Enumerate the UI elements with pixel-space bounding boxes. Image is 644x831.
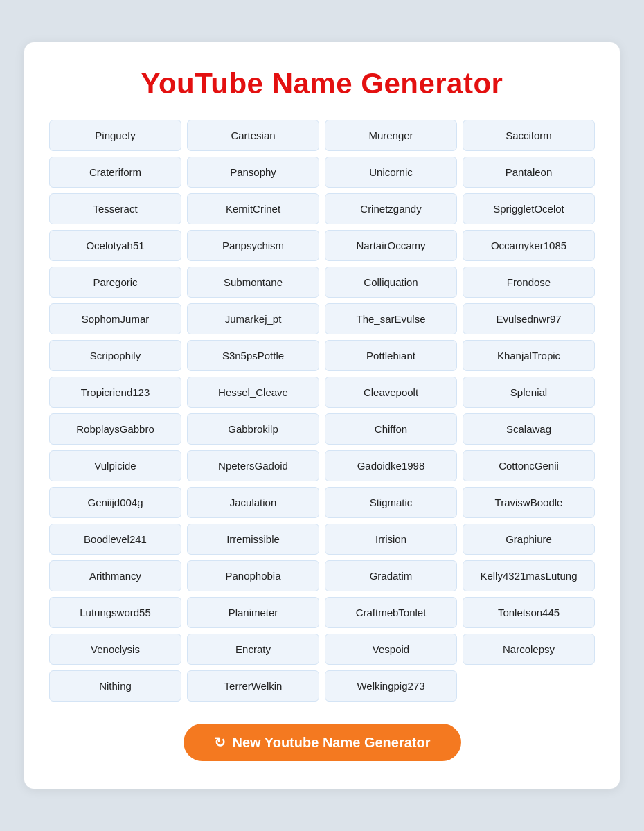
name-cell: CottoncGenii — [463, 450, 595, 481]
names-grid: PinguefyCartesianMurengerSacciformCrater… — [49, 120, 595, 702]
name-cell: NpetersGadoid — [187, 450, 319, 481]
name-cell: Tropicriend123 — [49, 377, 181, 408]
name-cell: Frondose — [463, 267, 595, 298]
name-cell: Gabbrokilp — [187, 413, 319, 445]
name-cell: KhanjalTropic — [463, 340, 595, 371]
name-cell: Submontane — [187, 267, 319, 298]
page-title: YouTube Name Generator — [49, 67, 595, 100]
button-row: ↻ New Youtube Name Generator — [49, 724, 595, 761]
name-cell: Crateriform — [49, 157, 181, 188]
name-cell: Sacciform — [463, 120, 595, 151]
name-cell: Jaculation — [187, 487, 319, 518]
name-cell: Lutungsword55 — [49, 597, 181, 628]
name-cell: Irrision — [325, 524, 457, 555]
main-card: YouTube Name Generator PinguefyCartesian… — [24, 42, 620, 789]
name-cell: Murenger — [325, 120, 457, 151]
name-cell: SophomJumar — [49, 303, 181, 334]
name-cell: Cleavepoolt — [325, 377, 457, 408]
name-cell: TraviswBoodle — [463, 487, 595, 518]
name-cell: Welkingpig273 — [325, 670, 457, 702]
name-cell: Stigmatic — [325, 487, 457, 518]
name-cell: Narcolepsy — [463, 634, 595, 665]
name-cell: Pantaleon — [463, 157, 595, 188]
name-cell: S3n5psPottle — [187, 340, 319, 371]
name-cell: Pansophy — [187, 157, 319, 188]
generate-button-label: New Youtube Name Generator — [233, 735, 431, 751]
name-cell: CraftmebTonlet — [325, 597, 457, 628]
refresh-icon: ↻ — [214, 734, 226, 751]
name-cell: Arithmancy — [49, 560, 181, 591]
name-cell: Unicornic — [325, 157, 457, 188]
name-cell: Encraty — [187, 634, 319, 665]
name-cell: Boodlevel241 — [49, 524, 181, 555]
name-cell: Vulpicide — [49, 450, 181, 481]
name-cell: Gadoidke1998 — [325, 450, 457, 481]
name-cell: KernitCrinet — [187, 193, 319, 224]
generate-button[interactable]: ↻ New Youtube Name Generator — [184, 724, 461, 761]
name-cell: SpriggletOcelot — [463, 193, 595, 224]
name-cell: Cartesian — [187, 120, 319, 151]
name-cell: Splenial — [463, 377, 595, 408]
name-cell: Panpsychism — [187, 230, 319, 261]
name-cell: Scripophily — [49, 340, 181, 371]
name-cell: Vespoid — [325, 634, 457, 665]
name-cell: Geniijd004g — [49, 487, 181, 518]
name-cell: Occamyker1085 — [463, 230, 595, 261]
name-cell: Paregoric — [49, 267, 181, 298]
name-cell: Colliquation — [325, 267, 457, 298]
name-cell: Hessel_Cleave — [187, 377, 319, 408]
name-cell: Pinguefy — [49, 120, 181, 151]
name-cell: Kelly4321masLutung — [463, 560, 595, 591]
name-cell: Graphiure — [463, 524, 595, 555]
name-cell: Irremissible — [187, 524, 319, 555]
name-cell: RobplaysGabbro — [49, 413, 181, 445]
name-cell: Gradatim — [325, 560, 457, 591]
name-cell: TerrerWelkin — [187, 670, 319, 702]
name-cell: Tesseract — [49, 193, 181, 224]
name-cell: Planimeter — [187, 597, 319, 628]
name-cell: NartairOccamy — [325, 230, 457, 261]
name-cell: Scalawag — [463, 413, 595, 445]
name-cell: Panophobia — [187, 560, 319, 591]
name-cell: Pottlehiant — [325, 340, 457, 371]
name-cell: Evulsednwr97 — [463, 303, 595, 334]
name-cell: Ocelotyah51 — [49, 230, 181, 261]
name-cell: Chiffon — [325, 413, 457, 445]
name-cell: Crinetzgandy — [325, 193, 457, 224]
name-cell — [463, 670, 595, 702]
name-cell: Tonletson445 — [463, 597, 595, 628]
name-cell: Jumarkej_pt — [187, 303, 319, 334]
name-cell: Nithing — [49, 670, 181, 702]
name-cell: Venoclysis — [49, 634, 181, 665]
name-cell: The_sarEvulse — [325, 303, 457, 334]
